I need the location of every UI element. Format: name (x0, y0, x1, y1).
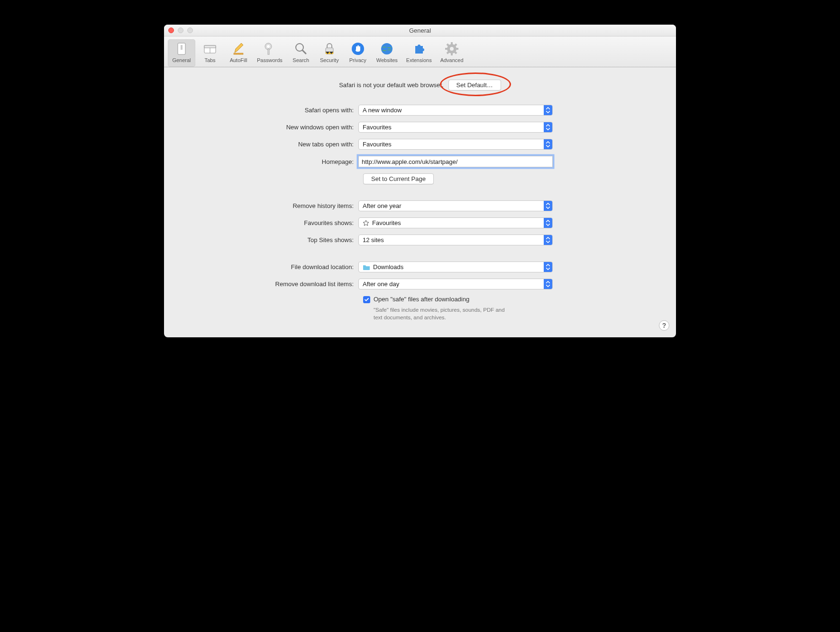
toolbar-advanced[interactable]: Advanced (437, 39, 467, 67)
popup-arrows-icon (544, 218, 552, 228)
popup-arrows-icon (544, 105, 552, 115)
magnifier-icon (293, 41, 309, 56)
toolbar-privacy[interactable]: Privacy (344, 39, 372, 67)
open-safe-files-checkbox[interactable] (363, 296, 370, 303)
homepage-label: Homepage: (188, 158, 358, 165)
svg-rect-8 (268, 49, 269, 54)
toolbar-general[interactable]: General (168, 39, 195, 67)
titlebar: General (164, 25, 676, 36)
svg-rect-4 (204, 45, 216, 48)
new-windows-popup[interactable]: Favourites (358, 122, 553, 133)
popup-value: Favourites (363, 124, 392, 131)
popup-arrows-icon (544, 201, 552, 211)
svg-point-7 (267, 45, 270, 48)
remove-history-popup[interactable]: After one year (358, 200, 553, 211)
popup-value: Downloads (373, 263, 403, 271)
svg-line-21 (447, 44, 449, 46)
toolbar-search[interactable]: Search (287, 39, 315, 67)
toolbar-tabs[interactable]: Tabs (196, 39, 224, 67)
key-icon (262, 41, 277, 56)
general-pane: Safari is not your default web browser. … (164, 67, 676, 337)
puzzle-icon (411, 41, 427, 56)
popup-value: After one year (363, 202, 402, 209)
popup-arrows-icon (544, 262, 552, 272)
homepage-field[interactable]: http://www.apple.com/uk/startpage/ (358, 156, 553, 167)
remove-history-label: Remove history items: (188, 202, 358, 209)
svg-line-23 (447, 52, 449, 54)
folder-icon (363, 264, 370, 270)
lock-icon (322, 41, 337, 56)
remove-downloads-popup[interactable]: After one day (358, 279, 553, 289)
toolbar-security[interactable]: Security (316, 39, 343, 67)
top-sites-label: Top Sites shows: (188, 236, 358, 244)
new-tabs-popup[interactable]: Favourites (358, 139, 553, 150)
tabs-icon (202, 41, 218, 56)
popup-arrows-icon (544, 279, 552, 289)
preferences-window: General General Tabs AutoFill Passwords (164, 25, 676, 337)
pencil-icon (231, 41, 246, 56)
popup-value: 12 sites (363, 236, 384, 244)
toolbar-label: AutoFill (230, 57, 247, 63)
opens-with-label: Safari opens with: (188, 107, 358, 114)
popup-arrows-icon (544, 139, 552, 149)
toolbar-label: Search (292, 57, 309, 63)
favourites-shows-label: Favourites shows: (188, 219, 358, 226)
toolbar-extensions[interactable]: Extensions (402, 39, 436, 67)
close-window-button[interactable] (168, 27, 174, 33)
popup-arrows-icon (544, 122, 552, 132)
star-icon (363, 220, 369, 226)
window-controls (168, 27, 193, 33)
toolbar-label: Websites (376, 57, 398, 63)
gear-icon (444, 41, 459, 56)
toolbar-label: Extensions (406, 57, 432, 63)
set-default-button[interactable]: Set Default… (448, 80, 501, 90)
download-location-label: File download location: (188, 263, 358, 271)
toolbar-label: General (172, 57, 191, 63)
zoom-window-button[interactable] (187, 27, 193, 33)
help-button[interactable]: ? (659, 320, 669, 331)
svg-line-24 (455, 44, 457, 46)
toolbar-websites[interactable]: Websites (373, 39, 402, 67)
download-location-popup[interactable]: Downloads (358, 262, 553, 272)
svg-line-22 (455, 52, 457, 54)
window-title: General (164, 27, 676, 34)
new-windows-label: New windows open with: (188, 124, 358, 131)
switch-icon (174, 41, 189, 56)
minimize-window-button[interactable] (178, 27, 183, 33)
opens-with-popup[interactable]: A new window (358, 105, 553, 116)
popup-arrows-icon (544, 235, 552, 245)
svg-point-16 (450, 47, 454, 51)
homepage-value: http://www.apple.com/uk/startpage/ (362, 158, 457, 165)
open-safe-files-hint: "Safe" files include movies, pictures, s… (374, 306, 511, 321)
toolbar-label: Passwords (257, 57, 283, 63)
default-browser-banner: Safari is not your default web browser. … (188, 80, 652, 90)
toolbar-autofill[interactable]: AutoFill (225, 39, 252, 67)
svg-point-14 (381, 43, 393, 54)
preferences-toolbar: General Tabs AutoFill Passwords Search (164, 36, 676, 67)
help-glyph: ? (662, 322, 667, 329)
top-sites-popup[interactable]: 12 sites (358, 235, 553, 245)
hand-icon (350, 41, 365, 56)
popup-value: Favourites (363, 141, 392, 148)
new-tabs-label: New tabs open with: (188, 141, 358, 148)
toolbar-label: Privacy (349, 57, 366, 63)
globe-icon (379, 41, 394, 56)
svg-rect-5 (234, 53, 243, 54)
toolbar-label: Advanced (440, 57, 464, 63)
svg-rect-1 (181, 45, 183, 50)
set-current-page-button[interactable]: Set to Current Page (363, 173, 434, 184)
remove-downloads-label: Remove download list items: (188, 280, 358, 288)
banner-text: Safari is not your default web browser. (339, 81, 443, 89)
popup-value: Favourites (372, 219, 401, 226)
toolbar-passwords[interactable]: Passwords (253, 39, 286, 67)
favourites-shows-popup[interactable]: Favourites (358, 217, 553, 228)
popup-value: After one day (363, 280, 399, 288)
toolbar-label: Security (320, 57, 339, 63)
svg-line-10 (302, 50, 306, 54)
open-safe-files-label: Open "safe" files after downloading (374, 296, 469, 303)
toolbar-label: Tabs (204, 57, 215, 63)
popup-value: A new window (363, 107, 402, 114)
